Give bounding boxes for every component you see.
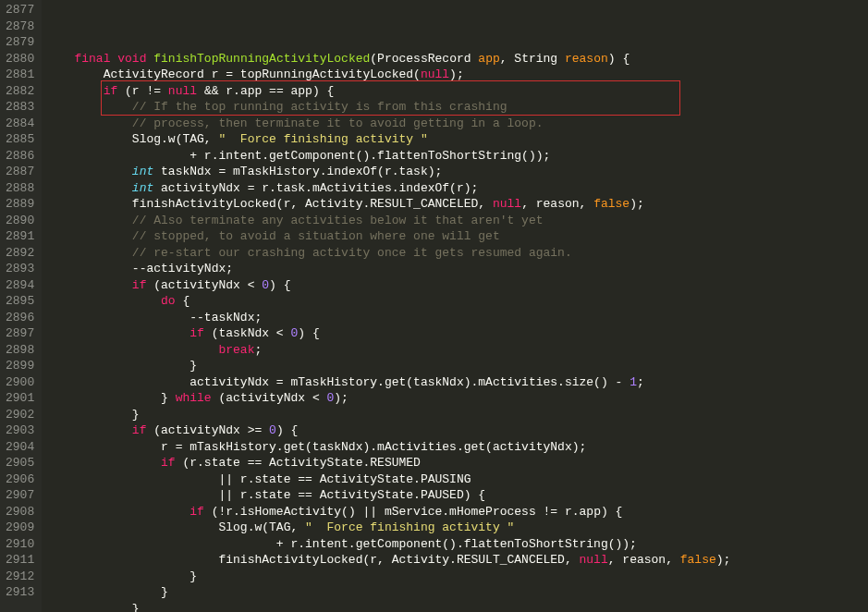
code-token: (ProcessRecord — [370, 52, 478, 66]
code-line[interactable]: } while (activityNdx < 0); — [45, 390, 730, 407]
code-token — [45, 246, 132, 260]
code-token: int — [132, 165, 153, 178]
code-editor[interactable]: 2877287828792880288128822883288428852886… — [0, 0, 868, 612]
code-token: activityNdx = r.task.mActivities.indexOf… — [153, 181, 478, 195]
code-line[interactable]: --taskNdx; — [45, 310, 730, 326]
code-token: (taskNdx < — [204, 326, 291, 340]
code-line[interactable]: ActivityRecord r = topRunningActivityLoc… — [45, 67, 730, 83]
code-line[interactable]: if (taskNdx < 0) { — [45, 325, 730, 342]
code-token: + r.intent.getComponent().flattenToShort… — [45, 149, 550, 163]
code-line[interactable]: if (activityNdx >= 0) { — [45, 422, 730, 439]
code-token — [45, 229, 132, 243]
code-token: , String — [500, 52, 565, 66]
code-token: (activityNdx >= — [146, 423, 269, 437]
code-token — [45, 326, 189, 340]
line-number: 2878 — [6, 18, 34, 35]
code-line[interactable]: if (activityNdx < 0) { — [45, 277, 730, 294]
code-line[interactable]: finishActivityLocked(r, Activity.RESULT_… — [45, 552, 730, 569]
code-token: finishActivityLocked(r, Activity.RESULT_… — [45, 553, 579, 567]
line-number: 2892 — [6, 245, 34, 262]
code-line[interactable]: || r.state == ActivityState.PAUSED) { — [45, 487, 730, 504]
code-token — [45, 343, 218, 357]
line-number: 2911 — [6, 552, 34, 569]
code-token: app — [478, 52, 499, 66]
code-token: (r != — [117, 84, 168, 98]
code-line[interactable]: + r.intent.getComponent().flattenToShort… — [45, 148, 730, 165]
line-number: 2877 — [6, 2, 34, 18]
code-token: ) { — [269, 278, 290, 292]
code-line[interactable]: // re-start our crashing activity once i… — [45, 245, 730, 262]
code-token: finishTopRunningActivityLocked — [153, 52, 370, 66]
code-line[interactable]: int activityNdx = r.task.mActivities.ind… — [45, 180, 730, 197]
code-line[interactable]: } — [45, 407, 730, 423]
code-token: + r.intent.getComponent().flattenToShort… — [45, 537, 637, 551]
line-number: 2898 — [6, 342, 34, 359]
code-line[interactable]: // If the top running activity is from t… — [45, 99, 730, 116]
code-token: do — [161, 294, 176, 308]
code-line[interactable]: finishActivityLocked(r, Activity.RESULT_… — [45, 196, 730, 213]
code-line[interactable]: int taskNdx = mTaskHistory.indexOf(r.tas… — [45, 164, 730, 180]
code-token — [45, 214, 132, 227]
code-token: if — [132, 278, 147, 292]
code-line[interactable]: if (!r.isHomeActivity() || mService.mHom… — [45, 504, 730, 520]
code-token: Slog.w(TAG, — [45, 520, 305, 534]
code-line[interactable]: // process, then terminate it to avoid g… — [45, 116, 730, 132]
code-token: 0 — [262, 278, 269, 292]
code-line[interactable]: if (r != null && r.app == app) { — [45, 83, 730, 100]
code-line[interactable]: } — [45, 584, 730, 601]
code-line[interactable]: } — [45, 569, 730, 585]
code-token: // stopped, to avoid a situation where o… — [132, 229, 500, 243]
line-number: 2885 — [6, 131, 34, 148]
code-line[interactable]: || r.state == ActivityState.PAUSING — [45, 471, 730, 488]
code-token: } — [45, 569, 197, 583]
code-line[interactable]: if (r.state == ActivityState.RESUMED — [45, 455, 730, 471]
line-number: 2912 — [6, 569, 34, 585]
code-token: // process, then terminate it to avoid g… — [132, 116, 544, 130]
line-number: 2893 — [6, 261, 34, 277]
code-token: (!r.isHomeActivity() || mService.mHomePr… — [204, 505, 622, 519]
code-token: Slog.w(TAG, — [45, 132, 218, 146]
code-token: reason — [565, 52, 608, 66]
code-line[interactable]: Slog.w(TAG, " Force finishing activity " — [45, 131, 730, 148]
code-line[interactable]: } — [45, 358, 730, 374]
code-line[interactable]: // Also terminate any activities below i… — [45, 213, 730, 229]
code-token: r = mTaskHistory.get(taskNdx).mActivitie… — [45, 440, 586, 454]
code-token: finishActivityLocked(r, Activity.RESULT_… — [45, 197, 493, 211]
code-line[interactable]: break; — [45, 342, 730, 359]
code-line[interactable]: } — [45, 601, 730, 613]
code-line[interactable]: Slog.w(TAG, " Force finishing activity " — [45, 520, 730, 536]
code-token — [45, 84, 103, 98]
line-number: 2888 — [6, 180, 34, 197]
code-line[interactable]: final void finishTopRunningActivityLocke… — [45, 51, 730, 67]
code-token — [45, 278, 132, 292]
code-token: null — [168, 84, 197, 98]
code-token — [45, 116, 132, 130]
code-token: ) { — [608, 52, 630, 66]
line-number: 2887 — [6, 164, 34, 180]
code-token: // If the top running activity is from t… — [132, 100, 507, 114]
code-line[interactable]: // stopped, to avoid a situation where o… — [45, 228, 730, 245]
line-number: 2901 — [6, 390, 34, 407]
line-number: 2902 — [6, 407, 34, 423]
code-token: " Force finishing activity " — [218, 132, 427, 146]
line-number: 2903 — [6, 422, 34, 439]
code-line[interactable]: + r.intent.getComponent().flattenToShort… — [45, 536, 730, 553]
code-token: false — [680, 553, 716, 567]
line-number: 2890 — [6, 213, 34, 229]
code-token: || r.state == ActivityState.PAUSED) { — [45, 488, 485, 502]
code-token: while — [176, 391, 212, 405]
code-token — [45, 294, 161, 308]
line-number: 2896 — [6, 310, 34, 326]
line-number: 2879 — [6, 34, 34, 51]
code-area[interactable]: final void finishTopRunningActivityLocke… — [42, 0, 730, 612]
line-number: 2899 — [6, 358, 34, 374]
code-line[interactable]: --activityNdx; — [45, 261, 730, 277]
code-token: , reason, — [521, 197, 593, 211]
code-token — [45, 181, 132, 195]
line-number: 2886 — [6, 148, 34, 165]
code-line[interactable]: r = mTaskHistory.get(taskNdx).mActivitie… — [45, 439, 730, 456]
line-number: 2900 — [6, 374, 34, 391]
code-token: { — [176, 294, 190, 308]
code-line[interactable]: do { — [45, 293, 730, 310]
code-line[interactable]: activityNdx = mTaskHistory.get(taskNdx).… — [45, 374, 730, 391]
